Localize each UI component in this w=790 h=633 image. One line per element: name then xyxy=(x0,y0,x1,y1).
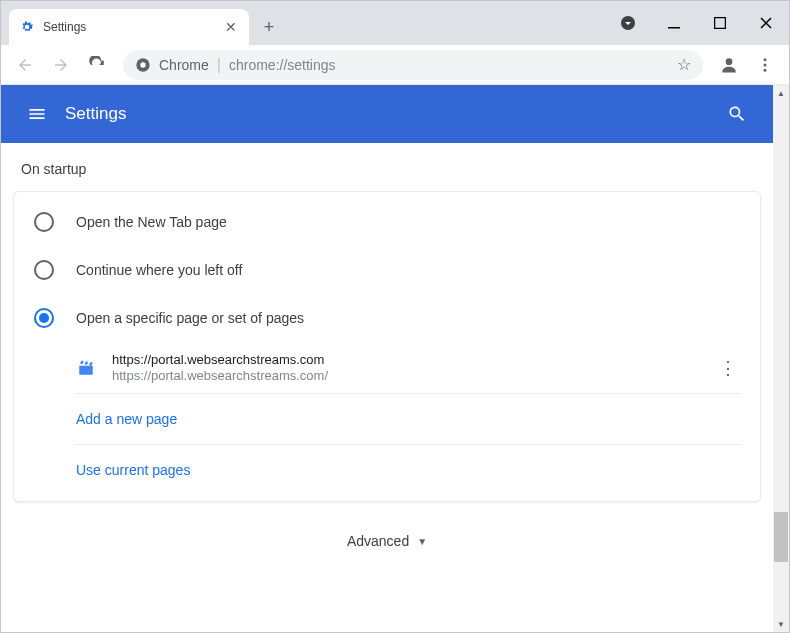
address-prefix: Chrome xyxy=(159,57,209,73)
star-icon[interactable]: ☆ xyxy=(677,55,691,74)
kebab-menu-icon[interactable]: ⋮ xyxy=(716,356,740,380)
kebab-menu-icon[interactable] xyxy=(749,49,781,81)
radio-icon xyxy=(34,260,54,280)
profile-button[interactable] xyxy=(713,49,745,81)
radio-icon xyxy=(34,308,54,328)
viewport: Settings On startup Open the New Tab pag… xyxy=(1,85,789,632)
search-icon[interactable] xyxy=(717,94,757,134)
radio-specific-pages[interactable]: Open a specific page or set of pages xyxy=(14,294,760,342)
browser-toolbar: Chrome | chrome://settings ☆ xyxy=(1,45,789,85)
radio-new-tab[interactable]: Open the New Tab page xyxy=(14,198,760,246)
advanced-label: Advanced xyxy=(347,533,409,549)
gear-icon xyxy=(19,19,35,35)
advanced-section: Advanced ▼ xyxy=(13,502,761,570)
address-bar[interactable]: Chrome | chrome://settings ☆ xyxy=(123,50,703,80)
use-current-link: Use current pages xyxy=(76,462,190,478)
vertical-scrollbar[interactable]: ▲ ▼ xyxy=(773,85,789,632)
tab-title: Settings xyxy=(43,20,215,34)
radio-label: Open a specific page or set of pages xyxy=(76,310,304,326)
browser-tab[interactable]: Settings ✕ xyxy=(9,9,249,45)
new-tab-button[interactable]: + xyxy=(255,13,283,41)
tabs-strip: Settings ✕ + xyxy=(1,1,605,45)
browser-window: Settings ✕ + xyxy=(0,0,790,633)
svg-point-4 xyxy=(140,62,145,67)
chevron-down-icon: ▼ xyxy=(417,536,427,547)
svg-point-7 xyxy=(764,63,767,66)
svg-point-6 xyxy=(764,58,767,61)
close-window-button[interactable] xyxy=(743,7,789,39)
settings-body: On startup Open the New Tab page Continu… xyxy=(1,143,773,570)
radio-continue[interactable]: Continue where you left off xyxy=(14,246,760,294)
svg-point-8 xyxy=(764,68,767,71)
forward-button[interactable] xyxy=(45,49,77,81)
page-entry-url: https://portal.websearchstreams.com/ xyxy=(112,368,700,383)
back-button[interactable] xyxy=(9,49,41,81)
scroll-thumb[interactable] xyxy=(774,512,788,562)
app-title: Settings xyxy=(65,104,717,124)
advanced-toggle[interactable]: Advanced ▼ xyxy=(347,533,427,549)
app-header: Settings xyxy=(1,85,773,143)
svg-rect-1 xyxy=(668,27,680,29)
use-current-row[interactable]: Use current pages xyxy=(14,445,760,495)
maximize-button[interactable] xyxy=(697,7,743,39)
radio-icon xyxy=(34,212,54,232)
svg-rect-2 xyxy=(715,18,726,29)
window-controls xyxy=(605,1,789,45)
reload-button[interactable] xyxy=(81,49,113,81)
radio-label: Open the New Tab page xyxy=(76,214,227,230)
svg-point-5 xyxy=(726,58,733,65)
startup-card: Open the New Tab page Continue where you… xyxy=(13,191,761,502)
titlebar: Settings ✕ + xyxy=(1,1,789,45)
minimize-button[interactable] xyxy=(651,7,697,39)
dropdown-indicator[interactable] xyxy=(605,7,651,39)
page-entry-text: https://portal.websearchstreams.com http… xyxy=(112,352,700,383)
startup-page-entry: https://portal.websearchstreams.com http… xyxy=(14,342,760,393)
radio-label: Continue where you left off xyxy=(76,262,242,278)
scroll-down-icon[interactable]: ▼ xyxy=(773,616,789,632)
add-page-link: Add a new page xyxy=(76,411,177,427)
close-icon[interactable]: ✕ xyxy=(223,19,239,35)
address-url: chrome://settings xyxy=(229,57,669,73)
page-entry-title: https://portal.websearchstreams.com xyxy=(112,352,700,367)
add-page-row[interactable]: Add a new page xyxy=(14,394,760,444)
scroll-up-icon[interactable]: ▲ xyxy=(773,85,789,101)
settings-content: Settings On startup Open the New Tab pag… xyxy=(1,85,773,632)
chrome-icon xyxy=(135,57,151,73)
hamburger-menu-icon[interactable] xyxy=(17,94,57,134)
section-title: On startup xyxy=(13,143,761,191)
clapperboard-icon xyxy=(76,358,96,378)
